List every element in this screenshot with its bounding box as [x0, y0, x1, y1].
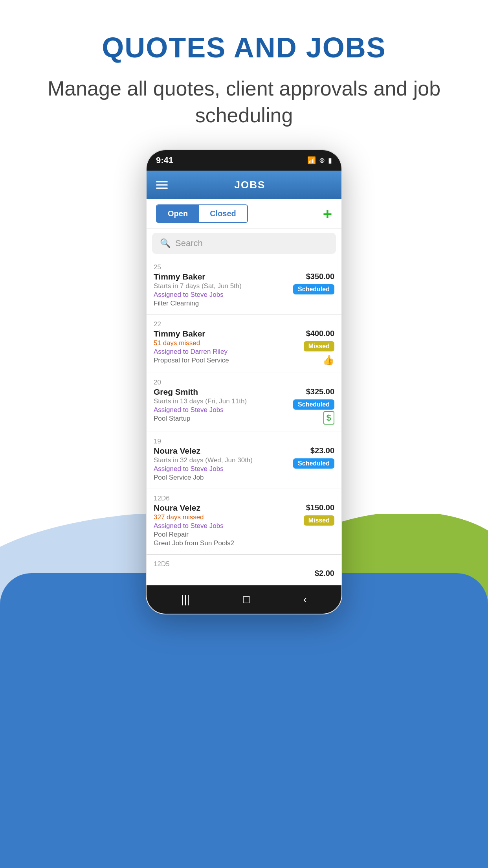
nav-recent-apps-icon[interactable]: ||| [181, 593, 190, 606]
menu-line-2 [156, 184, 168, 186]
page-subtitle: Manage all quotes, client approvals and … [0, 75, 488, 129]
job-badge-3: Scheduled [293, 399, 334, 410]
job-amount-5: $150.00 [306, 503, 334, 512]
menu-line-3 [156, 188, 168, 189]
job-item-5[interactable]: 12D6 Noura Velez 327 days missed Assigne… [147, 489, 341, 555]
battery-icon: ▮ [328, 156, 332, 165]
job-left-5: Noura Velez 327 days missed Assigned to … [154, 503, 234, 547]
job-name-3: Greg Smith [154, 387, 247, 397]
job-item-1[interactable]: 25 Timmy Baker Starts in 7 days (Sat, Ju… [147, 258, 341, 315]
job-item-6[interactable]: 12D5 $2.00 [147, 555, 341, 585]
job-desc-4: Pool Service Job [154, 474, 253, 482]
job-row-2: Timmy Baker 51 days missed Assigned to D… [154, 329, 334, 366]
tab-closed[interactable]: Closed [199, 205, 247, 222]
job-desc-3: Pool Startup [154, 415, 247, 423]
tab-group: Open Closed [156, 204, 248, 223]
job-left-3: Greg Smith Starts in 13 days (Fri, Jun 1… [154, 387, 247, 423]
job-assigned-3: Assigned to Steve Jobs [154, 406, 247, 414]
job-row-4: Noura Velez Starts in 32 days (Wed, Jun … [154, 446, 334, 482]
job-item-3[interactable]: 20 Greg Smith Starts in 13 days (Fri, Ju… [147, 373, 341, 432]
menu-line-1 [156, 181, 168, 182]
hamburger-menu-icon[interactable] [156, 181, 168, 189]
job-left-2: Timmy Baker 51 days missed Assigned to D… [154, 329, 229, 364]
job-row-3: Greg Smith Starts in 13 days (Fri, Jun 1… [154, 387, 334, 425]
wifi-icon: 📶 [307, 156, 316, 165]
search-bar[interactable]: 🔍 Search [152, 233, 336, 254]
job-amount-1: $350.00 [306, 272, 334, 281]
tab-bar: Open Closed + [147, 199, 341, 229]
job-days-missed-2: 51 days missed [154, 339, 229, 347]
phone-mockup: 9:41 📶 ⊗ ▮ JOBS Open [146, 149, 342, 614]
job-date-1: Starts in 7 days (Sat, Jun 5th) [154, 282, 242, 290]
job-right-1: $350.00 Scheduled [293, 272, 334, 294]
job-name-2: Timmy Baker [154, 329, 229, 338]
job-left-1: Timmy Baker Starts in 7 days (Sat, Jun 5… [154, 272, 242, 307]
job-right-3: $325.00 Scheduled $ [293, 387, 334, 425]
job-number-5: 12D6 [154, 495, 334, 502]
job-name-5: Noura Velez [154, 503, 234, 513]
page-title: QUOTES AND JOBS [102, 31, 386, 64]
job-days-missed-5: 327 days missed [154, 513, 234, 521]
job-badge-1: Scheduled [293, 284, 334, 294]
job-number-4: 19 [154, 438, 334, 445]
job-right-2: $400.00 Missed 👍 [304, 329, 334, 366]
bg-shape-blue [0, 573, 488, 868]
job-desc-2: Proposal for Pool Service [154, 357, 229, 364]
job-assigned-4: Assigned to Steve Jobs [154, 465, 253, 473]
add-job-button[interactable]: + [323, 206, 332, 222]
job-row-1: Timmy Baker Starts in 7 days (Sat, Jun 5… [154, 272, 334, 307]
job-assigned-1: Assigned to Steve Jobs [154, 291, 242, 299]
job-list: 25 Timmy Baker Starts in 7 days (Sat, Ju… [147, 258, 341, 585]
app-header: JOBS [147, 171, 341, 199]
tab-open[interactable]: Open [157, 205, 199, 222]
status-bar: 9:41 📶 ⊗ ▮ [147, 150, 341, 171]
job-amount-3: $325.00 [306, 387, 334, 396]
job-left-4: Noura Velez Starts in 32 days (Wed, Jun … [154, 446, 253, 482]
job-amount-2: $400.00 [306, 329, 334, 338]
job-row-5: Noura Velez 327 days missed Assigned to … [154, 503, 334, 547]
job-name-1: Timmy Baker [154, 272, 242, 281]
phone-wrapper: 9:41 📶 ⊗ ▮ JOBS Open [146, 149, 342, 614]
job-item-4[interactable]: 19 Noura Velez Starts in 32 days (Wed, J… [147, 432, 341, 489]
job-assigned-5: Assigned to Steve Jobs [154, 522, 234, 530]
thumbs-up-icon: 👍 [323, 355, 334, 366]
job-assigned-2: Assigned to Darren Riley [154, 348, 229, 356]
job-desc2-5: Great Job from Sun Pools2 [154, 539, 234, 547]
job-amount-4: $23.00 [310, 446, 334, 455]
job-number-1: 25 [154, 263, 334, 271]
job-item-2[interactable]: 22 Timmy Baker 51 days missed Assigned t… [147, 315, 341, 373]
job-right-6: $2.00 [315, 569, 334, 578]
job-right-5: $150.00 Missed [304, 503, 334, 526]
job-date-3: Starts in 13 days (Fri, Jun 11th) [154, 397, 247, 405]
status-time: 9:41 [156, 155, 173, 166]
job-number-2: 22 [154, 320, 334, 328]
signal-icon: ⊗ [319, 156, 325, 165]
job-badge-4: Scheduled [293, 458, 334, 469]
dollar-icon: $ [323, 411, 334, 425]
nav-home-icon[interactable]: □ [243, 593, 250, 606]
job-badge-2: Missed [304, 341, 334, 351]
job-amount-6: $2.00 [315, 569, 334, 578]
header-title: JOBS [168, 179, 332, 191]
bottom-nav: ||| □ ‹ [147, 585, 341, 614]
job-number-3: 20 [154, 379, 334, 386]
nav-back-icon[interactable]: ‹ [303, 593, 307, 606]
page-background: QUOTES AND JOBS Manage all quotes, clien… [0, 0, 488, 868]
job-desc-1: Filter Clearning [154, 300, 242, 307]
job-desc-5: Pool Repair [154, 531, 234, 539]
job-number-6: 12D5 [154, 560, 334, 568]
job-right-4: $23.00 Scheduled [293, 446, 334, 469]
job-name-4: Noura Velez [154, 446, 253, 456]
job-date-4: Starts in 32 days (Wed, Jun 30th) [154, 456, 253, 464]
job-badge-5: Missed [304, 515, 334, 526]
job-row-6: $2.00 [154, 569, 334, 578]
search-placeholder: Search [175, 238, 203, 248]
status-icons: 📶 ⊗ ▮ [307, 156, 332, 165]
search-icon: 🔍 [160, 238, 171, 248]
